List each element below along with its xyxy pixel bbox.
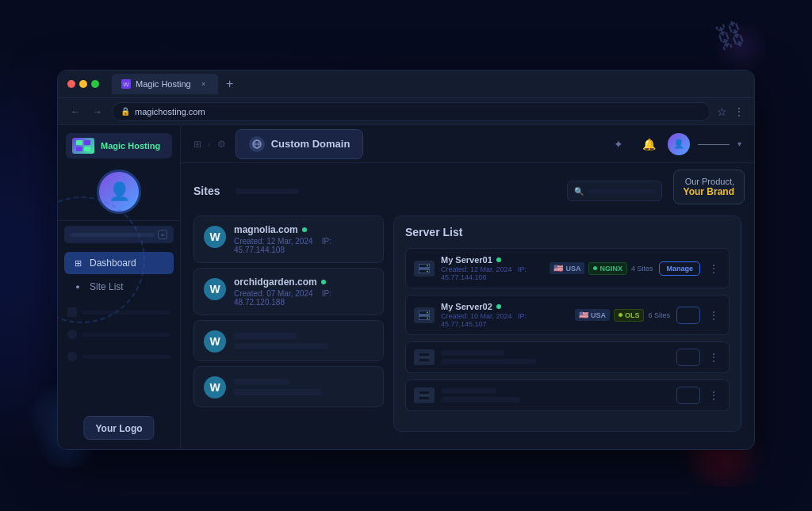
back-button[interactable]: ← [67, 104, 83, 120]
sites-search-bar[interactable]: 🔍 [567, 181, 662, 201]
server-item-02[interactable]: My Server02 Created: 10 Mar, 2024 IP: 45… [405, 295, 730, 335]
user-avatar-header[interactable]: 👤 [668, 133, 690, 155]
sidebar-logo-section: Magic Hosting [58, 125, 180, 163]
logo-text: Magic Hosting [101, 141, 160, 151]
server-icon-01 [414, 261, 435, 276]
sites-list: W magnolia.com Created: 12 Mar, 2024 [193, 215, 384, 432]
site-meta-magnolia: Created: 12 Mar, 2024 IP: 45.77.144.108 [234, 237, 373, 254]
server-info-placeholder-04 [441, 388, 670, 402]
sites-header: Sites 🔍 [193, 181, 741, 201]
site-item-magnolia[interactable]: W magnolia.com Created: 12 Mar, 2024 [193, 215, 384, 263]
sidebar: Magic Hosting 👤 × ⊞ [58, 125, 181, 449]
svg-point-14 [427, 317, 428, 318]
user-dropdown-chevron[interactable]: ▾ [737, 139, 741, 148]
server-name-placeholder-04 [441, 388, 496, 394]
svg-rect-2 [76, 147, 82, 151]
browser-tab-magic-hosting[interactable]: W Magic Hosting × [112, 74, 218, 94]
new-tab-button[interactable]: + [221, 75, 239, 93]
breadcrumb-icon-2: ⚙ [217, 139, 226, 150]
sites-count-02: 6 Sites [648, 311, 670, 319]
wp-icon-placeholder-4: W [204, 376, 226, 399]
bookmark-icon[interactable]: ☆ [717, 105, 727, 118]
header-actions: ✦ 🔔 👤 ———— ▾ [607, 133, 741, 155]
sidebar-input-mock: × [64, 226, 174, 243]
server-item-placeholder-04[interactable]: ⋮ [405, 379, 730, 411]
traffic-light-yellow[interactable] [79, 80, 87, 88]
browser-window: W Magic Hosting × + ← → 🔒 magichosting.c… [57, 70, 755, 450]
your-logo-badge: Your Logo [83, 416, 154, 440]
site-name-orchid: orchidgarden.com [234, 276, 373, 288]
sidebar-placeholder-2 [66, 326, 172, 342]
breadcrumb-separator: › [208, 139, 211, 149]
sidebar-item-site-list[interactable]: ● Site List [64, 276, 174, 298]
tab-close-button[interactable]: × [199, 79, 209, 89]
breadcrumb: ⊞ › ⚙ [193, 139, 226, 150]
custom-domain-button[interactable]: Custom Domain [236, 129, 364, 159]
svg-rect-0 [76, 140, 82, 145]
site-info-placeholder-3 [234, 329, 373, 349]
site-list-icon: ● [72, 281, 83, 292]
server-info-placeholder-03 [441, 350, 670, 364]
server-list-title: Server List [405, 226, 730, 238]
browser-nav: ← → 🔒 magichosting.com ☆ ⋮ [58, 98, 754, 125]
traffic-light-red[interactable] [67, 80, 75, 88]
more-menu-placeholder-03[interactable]: ⋮ [707, 350, 721, 364]
bell-button[interactable]: 🔔 [638, 133, 660, 155]
site-status-dot-magnolia [302, 227, 307, 232]
logo-icon [72, 138, 94, 154]
site-item-placeholder-3[interactable]: W [193, 320, 384, 361]
more-menu-placeholder-04[interactable]: ⋮ [707, 388, 721, 402]
server-item-placeholder-03[interactable]: ⋮ [405, 341, 730, 373]
svg-point-10 [427, 270, 428, 272]
action-button-placeholder-03[interactable] [676, 349, 700, 366]
custom-domain-label: Custom Domain [271, 138, 350, 150]
sparkle-button[interactable]: ✦ [607, 133, 630, 155]
svg-rect-18 [419, 396, 430, 400]
wp-icon-magnolia: W [204, 226, 226, 248]
action-button-placeholder-04[interactable] [676, 387, 700, 404]
traffic-light-green[interactable] [91, 80, 99, 88]
server-name-02: My Server02 [441, 302, 569, 311]
site-item-orchid[interactable]: W orchidgarden.com Created: 07 Mar, 2024 [193, 268, 384, 315]
server-meta-placeholder-04 [441, 397, 520, 402]
svg-rect-1 [84, 140, 90, 145]
sidebar-item-dashboard-label: Dashboard [90, 257, 136, 269]
tab-label: Magic Hosting [136, 79, 191, 89]
nginx-dot-icon [593, 266, 597, 270]
background: ⛓ W Magic Hosting × + ← → [0, 0, 812, 511]
nav-actions: ☆ ⋮ [717, 105, 745, 118]
tag-usa-02: 🇺🇸 USA [575, 309, 610, 321]
sidebar-logo-button[interactable]: Magic Hosting [66, 133, 172, 158]
flag-icon-01: 🇺🇸 [553, 264, 563, 273]
server-tags-01: 🇺🇸 USA NGINX 4 Sites [550, 262, 653, 275]
flag-icon-02: 🇺🇸 [579, 311, 588, 319]
ols-dot-icon [619, 313, 622, 317]
dashboard-icon: ⊞ [72, 257, 83, 269]
server-name-placeholder-03 [441, 350, 504, 356]
lock-icon: 🔒 [121, 107, 130, 116]
svg-rect-16 [419, 358, 430, 362]
site-item-placeholder-4[interactable]: W [193, 366, 384, 407]
more-menu-button-02[interactable]: ⋮ [707, 308, 721, 322]
svg-rect-15 [419, 353, 430, 357]
more-menu-button-01[interactable]: ⋮ [707, 261, 721, 276]
server-item-01[interactable]: My Server01 Created: 12 Mar, 2024 IP: 45… [405, 248, 730, 288]
product-badge-line1: Our Product, [684, 177, 734, 186]
menu-icon[interactable]: ⋮ [733, 105, 745, 118]
sidebar-item-dashboard[interactable]: ⊞ Dashboard [64, 252, 174, 274]
header-bar: ⊞ › ⚙ Custom Domain [181, 125, 754, 163]
svg-rect-17 [419, 391, 430, 395]
manage-button-02[interactable] [676, 307, 700, 324]
sidebar-more-items [58, 298, 180, 371]
address-bar[interactable]: 🔒 magichosting.com [112, 102, 710, 121]
forward-button[interactable]: → [90, 104, 105, 120]
main-body: Our Product, Your Brand Sites 🔍 [181, 163, 754, 449]
manage-button-01[interactable]: Manage [659, 261, 700, 276]
site-status-dot-orchid [321, 280, 326, 284]
tag-usa-01: 🇺🇸 USA [550, 262, 584, 274]
svg-point-13 [427, 311, 428, 313]
user-avatar[interactable]: 👤 [97, 170, 141, 214]
sites-title-placeholder [236, 189, 299, 194]
site-info-placeholder-4 [234, 375, 373, 395]
site-meta-placeholder-4 [234, 389, 321, 395]
